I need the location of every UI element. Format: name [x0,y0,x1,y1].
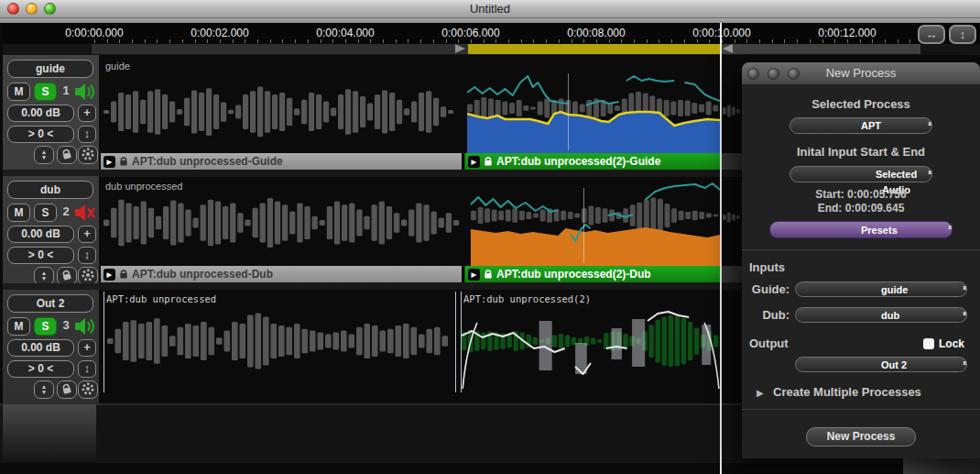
waveform-guide-processed [467,55,720,153]
bottom-right-scroll-thumb[interactable] [903,457,980,474]
pencil-lock-button[interactable] [57,380,77,399]
start-time-text: Start: 0:00:05.756 [742,188,980,201]
inputs-heading: Inputs [749,260,785,274]
output-heading: Output [749,336,789,350]
output-select[interactable]: Out 2 ▲▼ [795,357,967,372]
play-icon[interactable]: ▶ [103,156,115,168]
presets-select[interactable]: Presets ▲▼ [769,221,953,238]
track-resize-button[interactable]: ▲▼ [34,146,54,164]
initial-input-heading: Inital Input Start & End [742,145,980,159]
vertical-align-button[interactable]: ↕ [78,247,96,264]
clip-bar-stub [722,266,742,282]
time-offset-button[interactable]: > 0 < [7,126,74,143]
track-resize-button[interactable]: ▲▼ [34,267,54,285]
lock-icon [119,156,128,167]
clip-label-bar[interactable]: ▶ APT:dub unprocessed-Dub [101,266,462,282]
speaker-on-icon[interactable] [74,316,96,336]
time-offset-button[interactable]: > 0 < [7,247,74,264]
dub-input-select[interactable]: dub ▲▼ [795,307,967,323]
track-number: 1 [60,83,72,97]
track-name-button[interactable]: Out 2 [7,294,93,313]
gear-icon[interactable] [78,267,98,285]
gain-button[interactable]: 0.00 dB [7,226,74,243]
waveform-dub-original [103,188,461,263]
clip-label-bar-selected[interactable]: ▶ APT:dub unprocessed(2)-Guide [464,153,720,170]
ruler-label: 0:00:04.000 [299,27,391,39]
track-header-out2: Out 2 M S 3 0.00 dB + > 0 < ↕ ▲▼ [3,290,99,404]
clip-label-bar-selected[interactable]: ▶ APT:dub unprocessed(2)-Dub [464,266,720,282]
lock-icon [484,269,493,280]
time-offset-button[interactable]: > 0 < [7,360,74,378]
track-number: 3 [60,318,72,332]
waveform-fragment [723,97,741,125]
ruler-ticks [94,39,915,43]
ruler-label: 0:00:12.000 [801,27,893,39]
ruler-label: 0:00:10.000 [676,27,768,39]
track-resize-button[interactable]: ▲▼ [34,380,54,399]
header-separator [3,170,99,176]
track-name-button[interactable]: guide [7,60,93,78]
speaker-muted-icon[interactable] [74,203,96,223]
selection-range-bar[interactable] [468,44,720,54]
waveform-out-original [107,303,450,380]
bottom-strip [0,463,980,474]
mute-button[interactable]: M [7,317,30,336]
pencil-lock-button[interactable] [57,146,77,164]
lock-checkbox[interactable] [923,338,934,349]
pan-crosshair-button[interactable]: + [78,226,96,243]
solo-button[interactable]: S [34,204,57,222]
waveform-dub-processed [471,177,720,266]
pan-crosshair-button[interactable]: + [78,105,96,122]
play-icon[interactable]: ▶ [103,269,115,281]
pan-crosshair-button[interactable]: + [78,339,96,357]
solo-button[interactable]: S [34,83,57,101]
play-icon[interactable]: ▶ [468,269,480,281]
dub-input-label: Dub: [742,308,789,322]
guide-input-label: Guide: [742,282,789,296]
new-process-button[interactable]: New Process [806,427,916,446]
clip-label-bar[interactable]: ▶ APT:dub unprocessed-Guide [101,153,462,170]
process-select[interactable]: APT ▲▼ [789,117,932,134]
ruler-label: 0:00:08.000 [550,27,642,39]
vertical-align-button[interactable]: ↕ [78,360,96,378]
create-multiple-processes[interactable]: Create Multiple Processes [773,385,921,399]
initial-input-select[interactable]: Selected Audio ▲▼ [789,166,932,182]
clip-label: APT:dub unprocessed(2)-Dub [496,268,651,281]
clip-edge-line [103,292,104,392]
end-time-text: End: 0:00:09.645 [742,202,980,215]
selection-start-handle-icon[interactable] [455,44,465,53]
vertical-zoom-button[interactable]: ↕ [949,25,976,44]
track-header-dub: dub M S 2 0.00 dB + > 0 < ↕ ▲▼ [3,176,99,291]
pencil-lock-button[interactable] [57,267,77,285]
mute-button[interactable]: M [7,83,30,101]
ruler-label: 0:00:02.000 [174,27,266,39]
mute-button[interactable]: M [7,204,30,222]
dialog-divider [742,409,980,410]
horizontal-zoom-button[interactable]: ↔ [918,25,945,44]
clip-label: APT:dub unprocessed-Guide [132,155,283,168]
new-process-dialog: New Process Selected Process APT ▲▼ Init… [742,62,980,458]
disclosure-triangle-icon[interactable]: ▶ [757,388,764,398]
vertical-align-button[interactable]: ↕ [78,126,96,143]
timeline-scroll-thumb[interactable] [720,44,920,54]
gear-icon[interactable] [78,146,98,164]
speaker-on-icon[interactable] [74,82,96,102]
selection-end-handle-icon[interactable] [723,44,733,53]
waveform-out-processed [462,301,720,391]
gear-icon[interactable] [78,380,98,399]
waveform-guide-original [103,73,455,150]
track-header-guide: guide M S 1 0.00 dB + > 0 < ↕ ▲▼ [3,55,99,170]
gain-button[interactable]: 0.00 dB [7,339,74,357]
lock-label: Lock [939,337,964,350]
header-column-tail [3,404,96,461]
ruler-label: 0:00:06.000 [425,27,517,39]
playhead-line[interactable] [720,23,722,474]
solo-button[interactable]: S [34,317,57,336]
guide-input-select[interactable]: guide ▲▼ [795,281,967,297]
gain-button[interactable]: 0.00 dB [7,105,74,122]
selected-process-heading: Selected Process [742,97,980,111]
play-icon[interactable]: ▶ [468,156,480,168]
lock-icon [484,156,493,167]
clip-label: APT:dub unprocessed(2)-Guide [496,155,660,168]
track-name-button[interactable]: dub [7,181,93,199]
